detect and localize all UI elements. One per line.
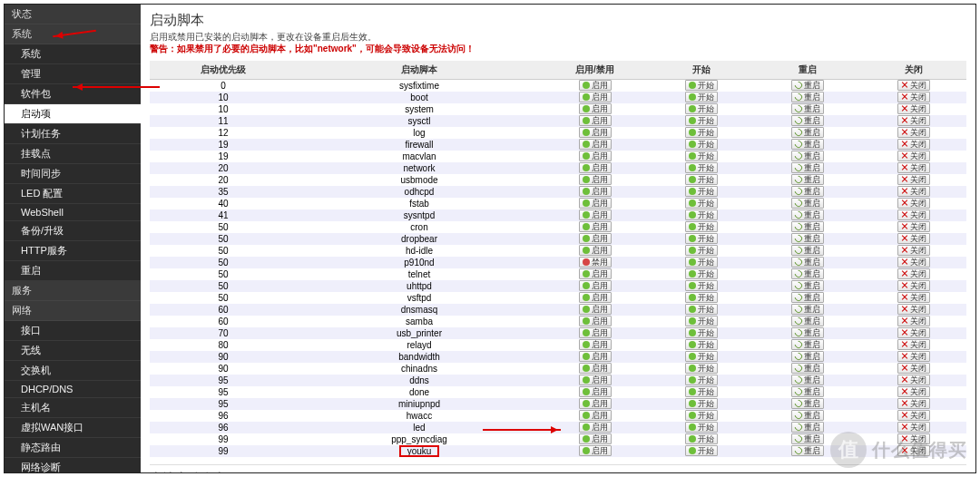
- restart-button[interactable]: 重启: [791, 422, 824, 433]
- start-button[interactable]: 开始: [685, 410, 718, 421]
- sidebar-item[interactable]: 主机名: [5, 398, 141, 418]
- restart-button[interactable]: 重启: [791, 316, 824, 326]
- enable-button[interactable]: 禁用: [579, 257, 612, 268]
- sidebar-item[interactable]: 管理: [5, 64, 141, 84]
- stop-button[interactable]: 关闭: [897, 127, 930, 138]
- start-button[interactable]: 开始: [685, 316, 718, 326]
- restart-button[interactable]: 重启: [791, 410, 824, 421]
- stop-button[interactable]: 关闭: [897, 280, 930, 291]
- start-button[interactable]: 开始: [685, 80, 718, 91]
- restart-button[interactable]: 重启: [791, 80, 824, 91]
- restart-button[interactable]: 重启: [791, 209, 824, 220]
- start-button[interactable]: 开始: [685, 233, 718, 244]
- start-button[interactable]: 开始: [685, 162, 718, 173]
- stop-button[interactable]: 关闭: [897, 115, 930, 126]
- sidebar-item[interactable]: 时间同步: [5, 164, 141, 184]
- start-button[interactable]: 开始: [685, 103, 718, 114]
- sidebar-item[interactable]: 重启: [5, 261, 141, 281]
- enable-button[interactable]: 启用: [579, 209, 612, 220]
- sidebar-item[interactable]: 接口: [5, 321, 141, 341]
- enable-button[interactable]: 启用: [579, 80, 612, 91]
- enable-button[interactable]: 启用: [579, 233, 612, 244]
- start-button[interactable]: 开始: [685, 363, 718, 374]
- start-button[interactable]: 开始: [685, 198, 718, 209]
- stop-button[interactable]: 关闭: [897, 162, 930, 173]
- stop-button[interactable]: 关闭: [897, 316, 930, 326]
- enable-button[interactable]: 启用: [579, 268, 612, 279]
- restart-button[interactable]: 重启: [791, 103, 824, 114]
- enable-button[interactable]: 启用: [579, 445, 612, 456]
- stop-button[interactable]: 关闭: [897, 92, 930, 102]
- enable-button[interactable]: 启用: [579, 198, 612, 209]
- start-button[interactable]: 开始: [685, 445, 718, 456]
- restart-button[interactable]: 重启: [791, 280, 824, 291]
- enable-button[interactable]: 启用: [579, 316, 612, 326]
- restart-button[interactable]: 重启: [791, 139, 824, 150]
- sidebar-cat-network[interactable]: 网络: [5, 301, 141, 321]
- sidebar-item[interactable]: 系统: [5, 44, 141, 64]
- restart-button[interactable]: 重启: [791, 445, 824, 456]
- restart-button[interactable]: 重启: [791, 386, 824, 397]
- stop-button[interactable]: 关闭: [897, 198, 930, 209]
- enable-button[interactable]: 启用: [579, 363, 612, 374]
- restart-button[interactable]: 重启: [791, 375, 824, 385]
- stop-button[interactable]: 关闭: [897, 80, 930, 91]
- stop-button[interactable]: 关闭: [897, 398, 930, 409]
- sidebar-item[interactable]: DHCP/DNS: [5, 381, 141, 398]
- restart-button[interactable]: 重启: [791, 363, 824, 374]
- stop-button[interactable]: 关闭: [897, 386, 930, 397]
- stop-button[interactable]: 关闭: [897, 186, 930, 197]
- restart-button[interactable]: 重启: [791, 162, 824, 173]
- start-button[interactable]: 开始: [685, 245, 718, 256]
- enable-button[interactable]: 启用: [579, 151, 612, 161]
- start-button[interactable]: 开始: [685, 186, 718, 197]
- sidebar-item[interactable]: 虚拟WAN接口: [5, 418, 141, 438]
- sidebar-item[interactable]: 静态路由: [5, 438, 141, 458]
- enable-button[interactable]: 启用: [579, 351, 612, 362]
- sidebar-item[interactable]: LED 配置: [5, 184, 141, 204]
- start-button[interactable]: 开始: [685, 398, 718, 409]
- start-button[interactable]: 开始: [685, 339, 718, 350]
- start-button[interactable]: 开始: [685, 386, 718, 397]
- restart-button[interactable]: 重启: [791, 339, 824, 350]
- start-button[interactable]: 开始: [685, 139, 718, 150]
- sidebar-item[interactable]: 计划任务: [5, 124, 141, 144]
- enable-button[interactable]: 启用: [579, 221, 612, 232]
- enable-button[interactable]: 启用: [579, 186, 612, 197]
- start-button[interactable]: 开始: [685, 115, 718, 126]
- start-button[interactable]: 开始: [685, 92, 718, 102]
- restart-button[interactable]: 重启: [791, 304, 824, 315]
- restart-button[interactable]: 重启: [791, 233, 824, 244]
- enable-button[interactable]: 启用: [579, 327, 612, 338]
- stop-button[interactable]: 关闭: [897, 151, 930, 161]
- sidebar-item[interactable]: WebShell: [5, 204, 141, 221]
- start-button[interactable]: 开始: [685, 221, 718, 232]
- sidebar-item[interactable]: 无线: [5, 341, 141, 361]
- sidebar-item[interactable]: 交换机: [5, 361, 141, 381]
- enable-button[interactable]: 启用: [579, 127, 612, 138]
- enable-button[interactable]: 启用: [579, 280, 612, 291]
- stop-button[interactable]: 关闭: [897, 375, 930, 385]
- enable-button[interactable]: 启用: [579, 245, 612, 256]
- sidebar-cat-status[interactable]: 状态: [5, 5, 141, 24]
- restart-button[interactable]: 重启: [791, 127, 824, 138]
- start-button[interactable]: 开始: [685, 151, 718, 161]
- enable-button[interactable]: 启用: [579, 115, 612, 126]
- enable-button[interactable]: 启用: [579, 174, 612, 185]
- start-button[interactable]: 开始: [685, 292, 718, 303]
- enable-button[interactable]: 启用: [579, 386, 612, 397]
- start-button[interactable]: 开始: [685, 304, 718, 315]
- enable-button[interactable]: 启用: [579, 162, 612, 173]
- enable-button[interactable]: 启用: [579, 103, 612, 114]
- start-button[interactable]: 开始: [685, 351, 718, 362]
- start-button[interactable]: 开始: [685, 174, 718, 185]
- start-button[interactable]: 开始: [685, 433, 718, 444]
- start-button[interactable]: 开始: [685, 209, 718, 220]
- enable-button[interactable]: 启用: [579, 92, 612, 102]
- stop-button[interactable]: 关闭: [897, 351, 930, 362]
- stop-button[interactable]: 关闭: [897, 103, 930, 114]
- stop-button[interactable]: 关闭: [897, 257, 930, 268]
- stop-button[interactable]: 关闭: [897, 268, 930, 279]
- restart-button[interactable]: 重启: [791, 351, 824, 362]
- restart-button[interactable]: 重启: [791, 92, 824, 102]
